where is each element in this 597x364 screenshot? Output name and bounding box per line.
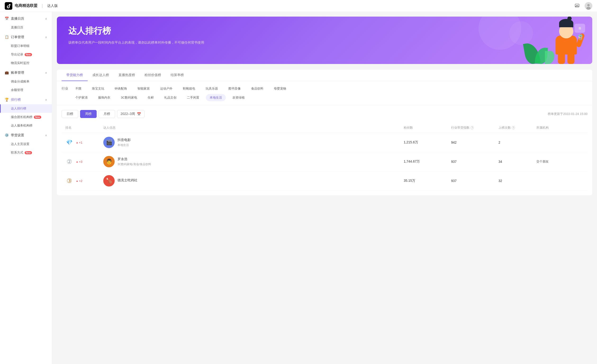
- period-left: 日榜 周榜 月榜 2022–3周 📅: [62, 110, 144, 118]
- orders-section-label: 订单管理: [11, 35, 24, 39]
- sidebar-section-settings-header[interactable]: ⚙️ 带货设置 ∧: [0, 131, 52, 140]
- user-name-3: 德克士吃鸡社: [118, 178, 137, 182]
- banner: 达人排行榜 该榜单仅代表用户一段时间内在平台上的表现，请勿以此榜单对外传播，不可…: [57, 16, 592, 64]
- table-header-fans: 粉丝数: [404, 126, 451, 130]
- rank-change-3: ▲ +2: [76, 179, 82, 183]
- sidebar-item-order-detail[interactable]: 联盟订单明细: [0, 42, 52, 50]
- main-content: 达人排行榜 该榜单仅代表用户一段时间内在平台上的表现，请勿以此榜单对外传播，不可…: [52, 12, 597, 364]
- user-name-2: 罗永浩: [118, 157, 151, 161]
- calendar-icon: 📅: [137, 112, 141, 116]
- filter-tag-jewelry[interactable]: 珠宝文玩: [88, 85, 108, 92]
- filter-tag-shoes[interactable]: 鞋靴箱包: [179, 85, 199, 92]
- user-category-1: 本地生活: [118, 143, 131, 147]
- ranking-section-label: 排行榜: [11, 98, 21, 102]
- tiktok-logo: [5, 2, 12, 10]
- sidebar-item-group-ranking[interactable]: 撮合团长机构榜 New: [0, 113, 52, 121]
- table-section: 日榜 周榜 月榜 2022–3周 📅 榜单更新于2022-01-24 15:00: [57, 105, 592, 195]
- settings-chevron-icon: ∧: [45, 134, 47, 137]
- filter-row-2: 个护家清 服饰内衣 3C数码家电 生鲜 礼品文创 二手闲置 本地生活 农资绿植: [62, 94, 588, 101]
- filter-tag-toys[interactable]: 玩具乐器: [202, 85, 222, 92]
- on-list-count-value-3: 32: [498, 179, 536, 183]
- sidebar-section-settings: ⚙️ 带货设置 ∧ 达人主页设置 联系方式 New: [0, 131, 52, 157]
- filter-tag-sports[interactable]: 运动户外: [156, 85, 176, 92]
- table-row: ③ ▲ +2 🍗 德克士吃鸡社: [62, 171, 588, 190]
- sidebar-item-service-org[interactable]: 达人服务机构榜: [0, 121, 52, 130]
- user-category-2: 3C数码家电/美妆/食品饮料: [118, 162, 151, 166]
- user-avatar-button[interactable]: [585, 2, 592, 10]
- sidebar: 📅 直播日历 ∧ 直播日历 📋 订单管理 ∧ 联盟订单明细: [0, 12, 52, 364]
- broadcast-section-label: 直播日历: [11, 16, 24, 21]
- table-header: 排名 达人信息 粉丝数 行业带货指数 ? 上榜次数: [62, 123, 588, 133]
- sidebar-item-balance-mgmt[interactable]: 余额管理: [0, 86, 52, 94]
- industry-index-info-icon[interactable]: ?: [471, 126, 474, 129]
- rank-cell-1: 💎 ▲ +1: [65, 139, 103, 146]
- ranking-section-icon: 🏆: [5, 98, 9, 102]
- filter-section: 行业 不限 珠宝文玩 钟表配饰 智能家居 运动户外 鞋靴箱包 玩具乐器 图书音像…: [57, 81, 592, 105]
- period-btn-daily[interactable]: 日榜: [62, 110, 78, 118]
- sidebar-item-broadcast-calendar[interactable]: 直播日历: [0, 23, 52, 32]
- table-header-org: 所属机构: [536, 126, 584, 130]
- filter-tag-electronics[interactable]: 3C数码家电: [117, 94, 141, 101]
- sidebar-item-talent-home-settings[interactable]: 达人主页设置: [0, 140, 52, 148]
- filter-tag-books[interactable]: 图书音像: [225, 85, 244, 92]
- tab-growth-talent[interactable]: 成长达人榜: [88, 70, 114, 81]
- filter-tag-watch[interactable]: 钟表配饰: [111, 85, 131, 92]
- tab-settlement-rate[interactable]: 结算率榜: [166, 70, 189, 81]
- sidebar-section-account: 💼 账单管理 ∧ 佣金分成账单 余额管理: [0, 68, 52, 94]
- rank-medal-1: 💎: [65, 139, 73, 146]
- message-icon-button[interactable]: [573, 2, 581, 10]
- rank-change-up-icon-2: ▲: [76, 160, 79, 163]
- group-ranking-new-badge: New: [34, 116, 41, 119]
- filter-tag-agriculture[interactable]: 农资绿植: [229, 94, 249, 101]
- filter-tag-all[interactable]: 不限: [71, 85, 85, 92]
- sidebar-section-ranking-header[interactable]: 🏆 排行榜 ∧: [0, 95, 52, 104]
- sidebar-item-logistics[interactable]: 物流实时监控: [0, 59, 52, 67]
- svg-point-5: [587, 4, 590, 6]
- on-list-count-info-icon[interactable]: ?: [512, 126, 515, 129]
- brand-name: 电商精选联盟: [15, 3, 37, 8]
- user-info-3: 德克士吃鸡社: [118, 178, 137, 183]
- fans-value-3: 35.15万: [404, 179, 451, 183]
- tab-live-heat[interactable]: 直播热度榜: [114, 70, 140, 81]
- contact-method-new-badge: New: [25, 151, 32, 154]
- content-card: 带货能力榜 成长达人榜 直播热度榜 粉丝价值榜 结算率榜 行业 不限 珠宝文玩 …: [57, 70, 592, 195]
- filter-row-1: 行业 不限 珠宝文玩 钟表配饰 智能家居 运动户外 鞋靴箱包 玩具乐器 图书音像…: [62, 85, 588, 92]
- table-header-talent-info: 达人信息: [103, 126, 404, 130]
- period-btn-monthly[interactable]: 月榜: [99, 110, 115, 118]
- period-btn-weekly[interactable]: 周榜: [80, 110, 97, 118]
- rank-medal-2: ②: [65, 158, 73, 166]
- rank-change-up-icon-3: ▲: [76, 179, 79, 182]
- table-header-on-list-count: 上榜次数 ?: [498, 126, 536, 130]
- banner-chat-bubble-icon: ≡: [574, 24, 585, 33]
- filter-tag-personal-care[interactable]: 个护家清: [71, 94, 91, 101]
- user-name-1: 抖音电影: [118, 138, 131, 142]
- filter-tag-local-life[interactable]: 本地生活: [206, 94, 226, 101]
- filter-tag-gifts[interactable]: 礼品文创: [160, 94, 180, 101]
- date-selector-value: 2022–3周: [121, 112, 135, 116]
- date-selector[interactable]: 2022–3周 📅: [117, 110, 144, 118]
- filter-tag-clothing[interactable]: 服饰内衣: [94, 94, 114, 101]
- sidebar-section-account-header[interactable]: 💼 账单管理 ∧: [0, 68, 52, 77]
- filter-tag-mother-baby[interactable]: 母婴宠物: [270, 85, 290, 92]
- industry-index-value-1: 942: [451, 141, 498, 144]
- tab-carry-capacity[interactable]: 带货能力榜: [62, 70, 88, 81]
- filter-tag-secondhand[interactable]: 二手闲置: [183, 94, 203, 101]
- sidebar-item-export-records[interactable]: 导出记录 New: [0, 50, 52, 59]
- sidebar-section-orders-header[interactable]: 📋 订单管理 ∧: [0, 33, 52, 42]
- sidebar-section-broadcast-header[interactable]: 📅 直播日历 ∧: [0, 14, 52, 23]
- filter-tag-food-drink[interactable]: 食品饮料: [247, 85, 267, 92]
- rank-change-up-icon-1: ▲: [76, 141, 79, 144]
- filter-tag-fresh[interactable]: 生鲜: [144, 94, 157, 101]
- sidebar-item-commission-bill[interactable]: 佣金分成账单: [0, 77, 52, 86]
- filter-tag-smart-home[interactable]: 智能家居: [134, 85, 154, 92]
- sidebar-item-contact-method[interactable]: 联系方式 New: [0, 148, 52, 157]
- svg-point-6: [586, 7, 591, 10]
- sidebar-item-talent-ranking[interactable]: 达人排行榜: [0, 104, 52, 113]
- orders-chevron-icon: ∧: [45, 36, 47, 39]
- update-time: 榜单更新于2022-01-24 15:00: [548, 112, 588, 116]
- user-cell-2: 👨 罗永浩 3C数码家电/美妆/食品饮料: [103, 156, 404, 167]
- user-info-1: 抖音电影 本地生活: [118, 138, 131, 147]
- tab-fan-value[interactable]: 粉丝价值榜: [140, 70, 166, 81]
- table-header-industry-index: 行业带货指数 ?: [451, 126, 498, 130]
- broadcast-chevron-icon: ∧: [45, 17, 47, 20]
